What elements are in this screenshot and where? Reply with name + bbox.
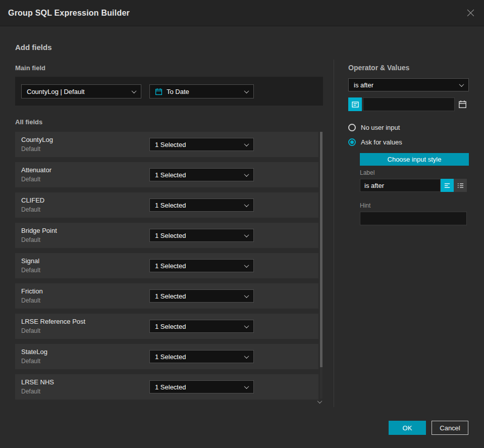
selected-count-label: 1 Selected — [155, 323, 186, 330]
label-input[interactable] — [360, 179, 441, 192]
field-name: Friction — [21, 287, 43, 295]
radio-label: No user input — [361, 124, 400, 131]
field-row: LRSE NHS Default 1 Selected — [15, 374, 318, 400]
selected-count-label: 1 Selected — [155, 202, 186, 209]
field-name: Attenuator — [21, 166, 51, 174]
calendar-icon — [458, 100, 467, 109]
chevron-down-icon — [244, 263, 249, 268]
field-row: StateLog Default 1 Selected — [15, 344, 318, 369]
field-name: Bridge Point — [21, 227, 57, 234]
chevron-down-icon — [244, 141, 249, 146]
field-selected-dropdown[interactable]: 1 Selected — [149, 229, 254, 242]
radio-ask-for-values[interactable]: Ask for values — [348, 138, 402, 146]
field-row: Bridge Point Default 1 Selected — [15, 223, 318, 248]
field-subtitle: Default — [21, 297, 40, 304]
list-icon — [457, 182, 464, 189]
date-field-dropdown[interactable]: To Date — [149, 84, 254, 98]
field-name: LRSE NHS — [21, 378, 54, 386]
field-subtitle: Default — [21, 236, 40, 243]
chevron-down-icon — [244, 384, 249, 389]
dialog-header: Group SQL Expression Builder — [0, 0, 484, 26]
field-row: CountyLog Default 1 Selected — [15, 132, 318, 157]
field-name: Signal — [21, 257, 39, 265]
selected-count-label: 1 Selected — [155, 353, 186, 361]
ok-button[interactable]: OK — [389, 421, 426, 435]
radio-label: Ask for values — [361, 138, 402, 146]
textbox-style-button[interactable] — [441, 179, 454, 192]
hint-input[interactable] — [360, 212, 467, 225]
chevron-down-icon — [244, 293, 249, 298]
chevron-down-icon — [132, 88, 137, 93]
list-style-button[interactable] — [454, 179, 467, 192]
field-subtitle: Default — [21, 145, 40, 153]
align-left-icon — [444, 182, 451, 189]
field-selected-dropdown[interactable]: 1 Selected — [149, 138, 254, 151]
field-name: StateLog — [21, 348, 47, 356]
field-subtitle: Default — [21, 176, 40, 183]
field-subtitle: Default — [21, 358, 40, 365]
field-selected-dropdown[interactable]: 1 Selected — [149, 289, 254, 303]
all-fields-list: CountyLog Default 1 Selected Attenuator … — [15, 132, 318, 405]
operator-values-heading: Operator & Values — [348, 64, 409, 72]
close-button[interactable] — [465, 8, 476, 19]
scrollbar-thumb[interactable] — [320, 132, 322, 367]
selected-count-label: 1 Selected — [155, 141, 186, 148]
field-subtitle: Default — [21, 206, 40, 213]
field-selected-dropdown[interactable]: 1 Selected — [149, 350, 254, 363]
field-subtitle: Default — [21, 327, 40, 334]
chevron-down-icon — [244, 354, 249, 359]
hint-caption: Hint — [360, 202, 370, 209]
all-fields-label: All fields — [15, 118, 42, 126]
chevron-down-icon — [244, 323, 249, 328]
operator-dropdown-value: is after — [354, 81, 373, 89]
chevron-down-icon — [244, 232, 249, 237]
selected-count-label: 1 Selected — [155, 171, 186, 179]
date-field-dropdown-value: To Date — [167, 88, 189, 95]
chevron-down-icon — [459, 82, 464, 87]
field-name: LRSE Reference Post — [21, 318, 85, 325]
field-row: Attenuator Default 1 Selected — [15, 162, 318, 187]
field-row: LRSE Reference Post Default 1 Selected — [15, 314, 318, 339]
date-picker-button[interactable] — [456, 97, 469, 111]
field-subtitle: Default — [21, 267, 40, 274]
chevron-down-icon — [244, 172, 249, 177]
selected-count-label: 1 Selected — [155, 232, 186, 239]
main-field-label: Main field — [15, 64, 45, 72]
selected-count-label: 1 Selected — [155, 262, 186, 270]
calendar-icon — [155, 88, 163, 95]
add-fields-heading: Add fields — [15, 43, 52, 52]
field-selected-dropdown[interactable]: 1 Selected — [149, 168, 254, 181]
field-name: CLIFED — [21, 196, 44, 204]
field-row: CLIFED Default 1 Selected — [15, 192, 318, 218]
value-source-toggle-button[interactable] — [348, 97, 362, 111]
radio-unchecked-icon — [348, 124, 356, 131]
field-row: Signal Default 1 Selected — [15, 253, 318, 278]
main-field-dropdown-value: CountyLog | Default — [27, 88, 85, 95]
dialog-title: Group SQL Expression Builder — [8, 9, 130, 18]
cancel-button[interactable]: Cancel — [432, 421, 468, 435]
field-name: CountyLog — [21, 136, 53, 143]
close-icon — [466, 9, 475, 17]
selected-count-label: 1 Selected — [155, 292, 186, 300]
chevron-down-icon — [244, 202, 249, 207]
value-input[interactable] — [363, 97, 455, 111]
choose-input-style-button[interactable]: Choose input style — [360, 153, 469, 166]
main-field-panel: CountyLog | Default To Date — [15, 77, 323, 106]
field-row: Friction Default 1 Selected — [15, 283, 318, 309]
radio-no-user-input[interactable]: No user input — [348, 124, 400, 131]
scrollbar-track[interactable] — [320, 132, 322, 399]
field-selected-dropdown[interactable]: 1 Selected — [149, 380, 254, 393]
radio-checked-icon — [348, 138, 356, 146]
field-selected-dropdown[interactable]: 1 Selected — [149, 320, 254, 333]
selected-count-label: 1 Selected — [155, 383, 186, 391]
operator-dropdown[interactable]: is after — [348, 78, 469, 91]
form-lines-icon — [351, 101, 359, 109]
main-field-dropdown[interactable]: CountyLog | Default — [21, 84, 141, 98]
field-subtitle: Default — [21, 388, 40, 395]
panel-divider — [334, 60, 334, 407]
field-selected-dropdown[interactable]: 1 Selected — [149, 198, 254, 212]
chevron-down-icon — [244, 88, 249, 93]
label-caption: Label — [360, 169, 374, 176]
field-selected-dropdown[interactable]: 1 Selected — [149, 259, 254, 272]
